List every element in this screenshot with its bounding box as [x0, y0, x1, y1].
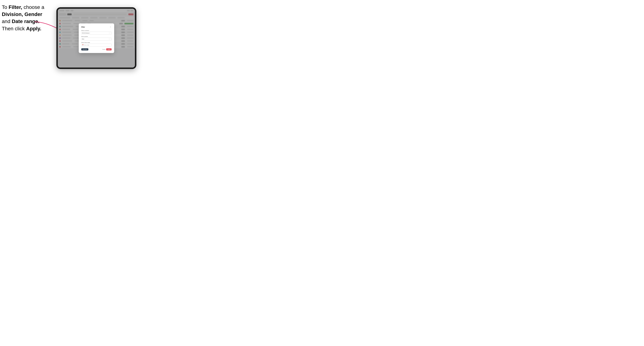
apply-button[interactable]: Apply	[106, 48, 112, 50]
instruction-line2: Division, Gender	[2, 11, 42, 17]
division-value: NCAA Division I	[82, 32, 90, 34]
modal-overlay: Filter × Select a division NCAA Division…	[58, 9, 135, 68]
gender-value: Men	[82, 38, 84, 40]
gender-controls: × ⌃	[109, 38, 111, 40]
gender-select[interactable]: Men × ⌃	[81, 38, 112, 40]
filter-modal: Filter × Select a division NCAA Division…	[79, 23, 114, 53]
instruction-line3: and Date range.	[2, 18, 40, 24]
division-select[interactable]: NCAA Division I × ⌃	[81, 32, 112, 34]
date-picker[interactable]: 📅 Pick a date	[81, 44, 112, 46]
division-field-group: Select a division NCAA Division I × ⌃	[81, 30, 112, 34]
tablet-frame: Filter × Select a division NCAA Division…	[56, 7, 136, 69]
date-field-group: Select Date range 📅 Pick a date	[81, 42, 112, 46]
gender-clear-icon[interactable]: ×	[109, 38, 110, 40]
modal-title-row: Filter ×	[81, 26, 112, 28]
division-clear-icon[interactable]: ×	[109, 32, 110, 34]
gender-label: Select gender	[81, 36, 112, 37]
gender-field-group: Select gender Men × ⌃	[81, 36, 112, 40]
tablet-screen: Filter × Select a division NCAA Division…	[58, 9, 135, 68]
modal-footer: Clear filter Cancel Apply	[81, 48, 112, 50]
division-chevron-icon[interactable]: ⌃	[110, 32, 111, 34]
gender-chevron-icon[interactable]: ⌃	[110, 38, 111, 40]
modal-title: Filter	[81, 26, 85, 28]
cancel-button[interactable]: Cancel	[102, 49, 106, 50]
date-label: Select Date range	[81, 42, 112, 43]
close-button[interactable]: ×	[110, 26, 112, 28]
instruction-line4: Then click Apply.	[2, 26, 41, 31]
instruction-line1: To Filter, choose a	[2, 4, 44, 10]
instruction-text: To Filter, choose a Division, Gender and…	[2, 4, 56, 32]
division-label: Select a division	[81, 30, 112, 31]
footer-right-actions: Cancel Apply	[102, 48, 112, 50]
division-controls: × ⌃	[109, 32, 111, 34]
calendar-icon: 📅	[82, 44, 84, 46]
date-placeholder: Pick a date	[84, 44, 90, 46]
clear-filter-button[interactable]: Clear filter	[81, 48, 88, 50]
